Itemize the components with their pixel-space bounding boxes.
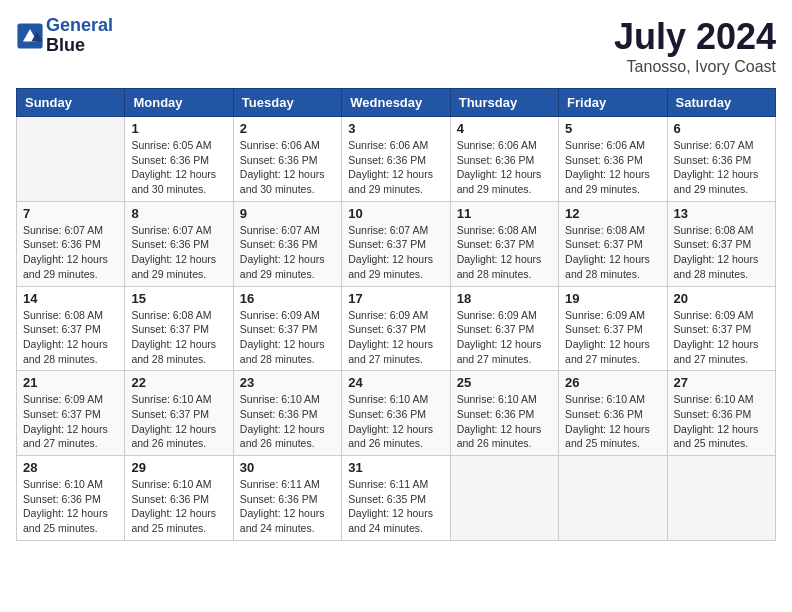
day-info: Sunrise: 6:10 AMSunset: 6:36 PMDaylight:… (131, 477, 226, 536)
day-number: 20 (674, 291, 769, 306)
day-info: Sunrise: 6:09 AMSunset: 6:37 PMDaylight:… (674, 308, 769, 367)
day-info: Sunrise: 6:06 AMSunset: 6:36 PMDaylight:… (565, 138, 660, 197)
calendar-cell: 20Sunrise: 6:09 AMSunset: 6:37 PMDayligh… (667, 286, 775, 371)
day-number: 31 (348, 460, 443, 475)
calendar-cell: 10Sunrise: 6:07 AMSunset: 6:37 PMDayligh… (342, 201, 450, 286)
day-number: 6 (674, 121, 769, 136)
logo-text: General Blue (46, 16, 113, 56)
weekday-header: Monday (125, 89, 233, 117)
calendar-cell: 4Sunrise: 6:06 AMSunset: 6:36 PMDaylight… (450, 117, 558, 202)
calendar-week-row: 21Sunrise: 6:09 AMSunset: 6:37 PMDayligh… (17, 371, 776, 456)
day-number: 27 (674, 375, 769, 390)
calendar-cell: 17Sunrise: 6:09 AMSunset: 6:37 PMDayligh… (342, 286, 450, 371)
day-info: Sunrise: 6:07 AMSunset: 6:36 PMDaylight:… (23, 223, 118, 282)
day-number: 19 (565, 291, 660, 306)
day-info: Sunrise: 6:06 AMSunset: 6:36 PMDaylight:… (348, 138, 443, 197)
day-number: 23 (240, 375, 335, 390)
day-info: Sunrise: 6:07 AMSunset: 6:37 PMDaylight:… (348, 223, 443, 282)
day-info: Sunrise: 6:10 AMSunset: 6:36 PMDaylight:… (240, 392, 335, 451)
weekday-header: Sunday (17, 89, 125, 117)
calendar-body: 1Sunrise: 6:05 AMSunset: 6:36 PMDaylight… (17, 117, 776, 541)
weekday-header: Saturday (667, 89, 775, 117)
day-info: Sunrise: 6:08 AMSunset: 6:37 PMDaylight:… (565, 223, 660, 282)
day-info: Sunrise: 6:07 AMSunset: 6:36 PMDaylight:… (674, 138, 769, 197)
calendar-week-row: 28Sunrise: 6:10 AMSunset: 6:36 PMDayligh… (17, 456, 776, 541)
calendar-cell: 27Sunrise: 6:10 AMSunset: 6:36 PMDayligh… (667, 371, 775, 456)
day-number: 21 (23, 375, 118, 390)
day-number: 4 (457, 121, 552, 136)
day-number: 11 (457, 206, 552, 221)
calendar-cell: 25Sunrise: 6:10 AMSunset: 6:36 PMDayligh… (450, 371, 558, 456)
calendar-cell: 21Sunrise: 6:09 AMSunset: 6:37 PMDayligh… (17, 371, 125, 456)
calendar-cell: 2Sunrise: 6:06 AMSunset: 6:36 PMDaylight… (233, 117, 341, 202)
day-number: 25 (457, 375, 552, 390)
calendar-cell: 22Sunrise: 6:10 AMSunset: 6:37 PMDayligh… (125, 371, 233, 456)
weekday-header: Tuesday (233, 89, 341, 117)
location-title: Tanosso, Ivory Coast (614, 58, 776, 76)
day-info: Sunrise: 6:09 AMSunset: 6:37 PMDaylight:… (348, 308, 443, 367)
calendar-cell: 12Sunrise: 6:08 AMSunset: 6:37 PMDayligh… (559, 201, 667, 286)
calendar-header-row: SundayMondayTuesdayWednesdayThursdayFrid… (17, 89, 776, 117)
page-header: General Blue July 2024 Tanosso, Ivory Co… (16, 16, 776, 76)
day-info: Sunrise: 6:08 AMSunset: 6:37 PMDaylight:… (131, 308, 226, 367)
day-number: 14 (23, 291, 118, 306)
logo-line2: Blue (46, 36, 113, 56)
day-number: 15 (131, 291, 226, 306)
calendar-cell: 30Sunrise: 6:11 AMSunset: 6:36 PMDayligh… (233, 456, 341, 541)
calendar-cell (559, 456, 667, 541)
day-number: 10 (348, 206, 443, 221)
calendar-cell: 19Sunrise: 6:09 AMSunset: 6:37 PMDayligh… (559, 286, 667, 371)
day-number: 28 (23, 460, 118, 475)
day-number: 17 (348, 291, 443, 306)
calendar-cell: 23Sunrise: 6:10 AMSunset: 6:36 PMDayligh… (233, 371, 341, 456)
calendar-cell: 16Sunrise: 6:09 AMSunset: 6:37 PMDayligh… (233, 286, 341, 371)
day-info: Sunrise: 6:10 AMSunset: 6:36 PMDaylight:… (565, 392, 660, 451)
day-number: 9 (240, 206, 335, 221)
weekday-header: Thursday (450, 89, 558, 117)
weekday-header: Wednesday (342, 89, 450, 117)
day-number: 13 (674, 206, 769, 221)
calendar-cell: 29Sunrise: 6:10 AMSunset: 6:36 PMDayligh… (125, 456, 233, 541)
day-number: 22 (131, 375, 226, 390)
day-info: Sunrise: 6:10 AMSunset: 6:36 PMDaylight:… (674, 392, 769, 451)
day-number: 2 (240, 121, 335, 136)
day-number: 12 (565, 206, 660, 221)
calendar-cell: 6Sunrise: 6:07 AMSunset: 6:36 PMDaylight… (667, 117, 775, 202)
calendar-cell: 14Sunrise: 6:08 AMSunset: 6:37 PMDayligh… (17, 286, 125, 371)
logo-line1: General (46, 15, 113, 35)
calendar-cell: 31Sunrise: 6:11 AMSunset: 6:35 PMDayligh… (342, 456, 450, 541)
calendar-table: SundayMondayTuesdayWednesdayThursdayFrid… (16, 88, 776, 541)
day-info: Sunrise: 6:06 AMSunset: 6:36 PMDaylight:… (457, 138, 552, 197)
day-info: Sunrise: 6:09 AMSunset: 6:37 PMDaylight:… (565, 308, 660, 367)
calendar-cell: 28Sunrise: 6:10 AMSunset: 6:36 PMDayligh… (17, 456, 125, 541)
day-info: Sunrise: 6:05 AMSunset: 6:36 PMDaylight:… (131, 138, 226, 197)
day-info: Sunrise: 6:08 AMSunset: 6:37 PMDaylight:… (23, 308, 118, 367)
calendar-cell: 1Sunrise: 6:05 AMSunset: 6:36 PMDaylight… (125, 117, 233, 202)
day-info: Sunrise: 6:11 AMSunset: 6:35 PMDaylight:… (348, 477, 443, 536)
day-number: 7 (23, 206, 118, 221)
day-info: Sunrise: 6:10 AMSunset: 6:37 PMDaylight:… (131, 392, 226, 451)
day-info: Sunrise: 6:07 AMSunset: 6:36 PMDaylight:… (240, 223, 335, 282)
day-info: Sunrise: 6:08 AMSunset: 6:37 PMDaylight:… (674, 223, 769, 282)
day-info: Sunrise: 6:09 AMSunset: 6:37 PMDaylight:… (23, 392, 118, 451)
calendar-cell: 13Sunrise: 6:08 AMSunset: 6:37 PMDayligh… (667, 201, 775, 286)
day-number: 5 (565, 121, 660, 136)
calendar-cell: 26Sunrise: 6:10 AMSunset: 6:36 PMDayligh… (559, 371, 667, 456)
calendar-cell: 3Sunrise: 6:06 AMSunset: 6:36 PMDaylight… (342, 117, 450, 202)
day-info: Sunrise: 6:10 AMSunset: 6:36 PMDaylight:… (457, 392, 552, 451)
calendar-cell (450, 456, 558, 541)
calendar-cell: 8Sunrise: 6:07 AMSunset: 6:36 PMDaylight… (125, 201, 233, 286)
calendar-cell: 7Sunrise: 6:07 AMSunset: 6:36 PMDaylight… (17, 201, 125, 286)
day-info: Sunrise: 6:11 AMSunset: 6:36 PMDaylight:… (240, 477, 335, 536)
calendar-week-row: 14Sunrise: 6:08 AMSunset: 6:37 PMDayligh… (17, 286, 776, 371)
calendar-cell: 18Sunrise: 6:09 AMSunset: 6:37 PMDayligh… (450, 286, 558, 371)
day-number: 8 (131, 206, 226, 221)
day-info: Sunrise: 6:07 AMSunset: 6:36 PMDaylight:… (131, 223, 226, 282)
day-number: 26 (565, 375, 660, 390)
day-number: 16 (240, 291, 335, 306)
day-number: 30 (240, 460, 335, 475)
calendar-cell: 9Sunrise: 6:07 AMSunset: 6:36 PMDaylight… (233, 201, 341, 286)
day-number: 18 (457, 291, 552, 306)
logo-icon (16, 22, 44, 50)
calendar-cell: 15Sunrise: 6:08 AMSunset: 6:37 PMDayligh… (125, 286, 233, 371)
